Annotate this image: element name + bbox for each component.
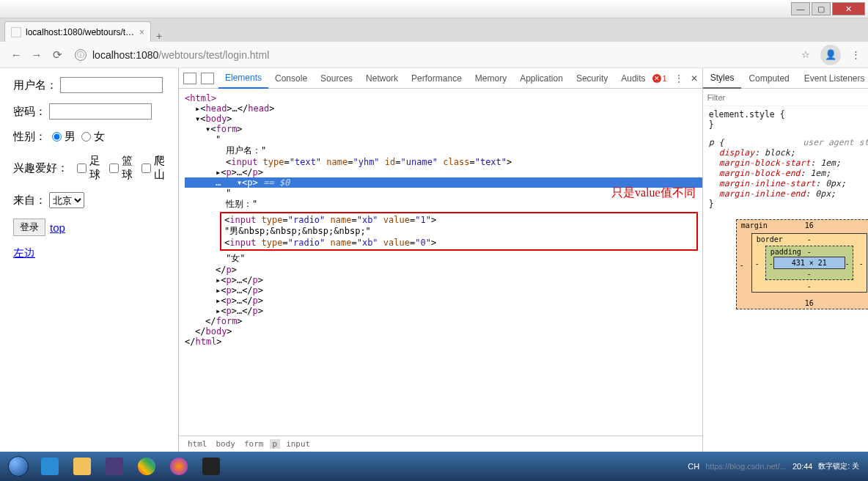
username-input[interactable] xyxy=(60,77,163,93)
hobby-climb-checkbox[interactable] xyxy=(141,164,151,173)
tray-lang[interactable]: CH xyxy=(688,462,699,471)
top-link[interactable]: top xyxy=(50,221,65,234)
gender-female-radio[interactable] xyxy=(81,132,91,142)
dom-tree[interactable]: <html> ▸<head>…</head> ▾<body> ▾<form> "… xyxy=(179,89,702,436)
from-select[interactable]: 北京 xyxy=(49,192,84,208)
browser-tab[interactable]: localhost:1080/webtours/test/l × xyxy=(4,21,151,42)
page-favicon-icon xyxy=(11,27,21,37)
box-model: margin 16 16 - - border - - - - padding … xyxy=(736,219,868,309)
start-button[interactable] xyxy=(3,455,34,478)
styles-filter-input[interactable] xyxy=(707,93,868,102)
inspect-icon[interactable] xyxy=(183,73,196,84)
username-label: 用户名： xyxy=(13,78,57,92)
taskbar-chrome-icon[interactable] xyxy=(131,455,162,478)
tab-sources[interactable]: Sources xyxy=(314,68,359,89)
tab-close-icon[interactable]: × xyxy=(139,27,144,37)
taskbar-app1-icon[interactable] xyxy=(99,455,130,478)
devtools-menu-button[interactable]: ⋮ xyxy=(674,73,683,84)
browser-menu-button[interactable]: ⋮ xyxy=(851,49,861,60)
taskbar-firefox-icon[interactable] xyxy=(163,455,194,478)
bc-form[interactable]: form xyxy=(241,439,267,449)
taskbar-explorer-icon[interactable] xyxy=(67,455,98,478)
page-content: 用户名： 密码： 性别： 男 女 兴趣爱好： 足球 篮球 爬山 来自： 北京 xyxy=(0,68,178,452)
hobby-football-label: 足球 xyxy=(89,154,100,182)
sidebar-tab-styles[interactable]: Styles xyxy=(703,68,742,89)
left-link[interactable]: 左边 xyxy=(13,246,35,260)
maximize-button[interactable]: ▢ xyxy=(812,2,831,15)
reload-button[interactable]: ⟳ xyxy=(48,48,66,62)
gender-female-label: 女 xyxy=(94,130,105,144)
tab-console[interactable]: Console xyxy=(268,68,314,89)
taskbar-app2-icon[interactable] xyxy=(196,455,227,478)
devtools-sidebar: Styles Computed Event Listeners » :hov .… xyxy=(703,68,868,452)
annotation-text: 只是value值不同 xyxy=(611,186,696,201)
site-info-icon[interactable]: ⓘ xyxy=(75,49,87,61)
taskbar-ie-icon[interactable] xyxy=(34,455,65,478)
tab-memory[interactable]: Memory xyxy=(468,68,513,89)
hobby-label: 兴趣爱好： xyxy=(13,161,68,175)
gender-label: 性别： xyxy=(13,130,46,144)
close-window-button[interactable]: ✕ xyxy=(832,2,865,15)
tab-security[interactable]: Security xyxy=(570,68,614,89)
from-label: 来自： xyxy=(13,194,46,208)
taskbar: CH https://blog.csdn.net/... 20:44 数字锁定:… xyxy=(0,452,868,481)
password-label: 密码： xyxy=(13,105,46,119)
highlight-box: <input type="radio" name="xb" value="1">… xyxy=(220,212,698,251)
sidebar-tab-computed[interactable]: Computed xyxy=(741,68,796,89)
tab-application[interactable]: Application xyxy=(513,68,570,89)
hobby-basketball-label: 篮球 xyxy=(122,154,133,182)
devtools-tabbar: Elements Console Sources Network Perform… xyxy=(179,68,702,89)
tab-performance[interactable]: Performance xyxy=(405,68,468,89)
bookmark-star-icon[interactable]: ☆ xyxy=(801,49,810,60)
devtools: Elements Console Sources Network Perform… xyxy=(178,68,868,452)
devtools-close-button[interactable]: ✕ xyxy=(691,73,698,84)
password-input[interactable] xyxy=(49,103,152,120)
tab-elements[interactable]: Elements xyxy=(218,68,268,89)
watermark-text: https://blog.csdn.net/... xyxy=(705,462,787,471)
address-bar: ← → ⟳ ⓘ localhost:1080/webtours/test/log… xyxy=(0,42,868,68)
tray-time[interactable]: 20:44 xyxy=(792,462,813,471)
login-button[interactable]: 登录 xyxy=(13,219,45,236)
hobby-football-checkbox[interactable] xyxy=(77,164,87,173)
tab-network[interactable]: Network xyxy=(359,68,405,89)
minimize-button[interactable]: — xyxy=(791,2,810,15)
device-toggle-icon[interactable] xyxy=(201,73,214,84)
url-input[interactable]: ⓘ localhost:1080/webtours/test/login.htm… xyxy=(69,45,801,65)
url-host: localhost:1080 xyxy=(92,49,158,61)
styles-pane[interactable]: element.style { } user agent stylesheetp… xyxy=(703,106,868,212)
window-titlebar: — ▢ ✕ xyxy=(0,0,868,18)
tray-status: 数字锁定: 关 xyxy=(818,461,859,471)
url-path: /webtours/test/login.html xyxy=(158,49,269,61)
bc-p[interactable]: p xyxy=(270,439,281,449)
bc-html[interactable]: html xyxy=(185,439,210,449)
error-badge[interactable]: ✕1 xyxy=(652,74,667,83)
dom-breadcrumb[interactable]: html body form p input xyxy=(179,436,702,452)
tab-title: localhost:1080/webtours/test/l xyxy=(26,27,135,37)
bc-input[interactable]: input xyxy=(283,439,313,449)
back-button[interactable]: ← xyxy=(7,48,25,61)
bc-body[interactable]: body xyxy=(213,439,239,449)
hobby-climb-label: 爬山 xyxy=(154,154,165,182)
profile-avatar-icon[interactable]: 👤 xyxy=(820,45,841,65)
hobby-basketball-checkbox[interactable] xyxy=(109,164,119,173)
new-tab-button[interactable]: + xyxy=(151,30,167,42)
sidebar-tab-events[interactable]: Event Listeners xyxy=(797,68,868,89)
browser-tabbar: localhost:1080/webtours/test/l × + xyxy=(0,18,868,42)
forward-button[interactable]: → xyxy=(28,48,45,61)
gender-male-radio[interactable] xyxy=(52,132,62,142)
tab-audits[interactable]: Audits xyxy=(614,68,652,89)
gender-male-label: 男 xyxy=(65,130,76,144)
